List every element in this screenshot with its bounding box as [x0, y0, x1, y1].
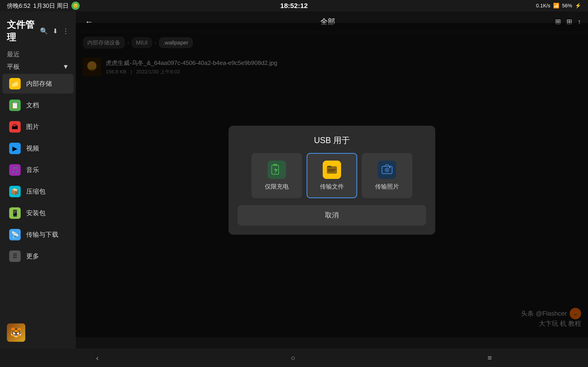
transfer-files-icon — [323, 161, 341, 179]
svg-rect-10 — [328, 171, 334, 171]
svg-rect-9 — [328, 169, 336, 170]
recent-section-label: 最近 — [0, 48, 76, 60]
sidebar-item-apk-label: 安装包 — [26, 209, 45, 217]
transfer-photos-label: 传输照片 — [375, 183, 399, 191]
wifi-icon: 📶 — [553, 3, 559, 9]
sidebar-item-internal-label: 内部存储 — [26, 79, 52, 88]
sidebar-item-images[interactable]: 🏔 图片 — [2, 117, 73, 137]
usb-dialog: USB 用于 仅限充电 — [229, 126, 435, 235]
dialog-option-charge-only[interactable]: 仅限充电 — [251, 153, 302, 198]
sidebar-item-internal[interactable]: 📁 内部存储 — [2, 74, 73, 94]
status-date: 1月30日 周日 — [33, 2, 69, 10]
nav-back-button[interactable]: ‹ — [87, 351, 108, 365]
dialog-options: 仅限充电 传输文件 — [238, 153, 426, 198]
sidebar-item-docs[interactable]: 📋 文档 — [2, 95, 73, 115]
battery-indicator: 56% — [562, 3, 572, 9]
dialog-option-transfer-photos[interactable]: 传输照片 — [362, 153, 412, 198]
sidebar-header: 文件管理 🔍 ⬇ ⋮ — [0, 16, 76, 48]
sidebar-item-more-label: 更多 — [26, 252, 39, 261]
device-selector[interactable]: 平板 ▼ — [0, 60, 76, 73]
status-right: 0.1K/s 📶 56% ⚡ — [536, 3, 581, 9]
network-speed: 0.1K/s — [536, 3, 550, 9]
images-icon: 🏔 — [9, 121, 21, 133]
sidebar-item-video[interactable]: ▶ 视频 — [2, 139, 73, 158]
miui-icon: 😊 — [71, 2, 80, 10]
sidebar: 文件管理 🔍 ⬇ ⋮ 最近 平板 ▼ 📁 内部存储 📋 文档 🏔 图片 ▶ — [0, 11, 76, 349]
download-button[interactable]: ⬇ — [52, 27, 58, 35]
sidebar-item-video-label: 视频 — [26, 144, 39, 153]
dialog-overlay: USB 用于 仅限充电 — [76, 23, 588, 337]
sidebar-title: 文件管理 — [7, 18, 40, 44]
svg-rect-8 — [327, 166, 331, 167]
nav-home-button[interactable]: ○ — [282, 351, 304, 365]
sidebar-item-transfer-label: 传输与下载 — [26, 230, 58, 239]
device-label: 平板 — [7, 62, 20, 71]
svg-point-14 — [389, 167, 390, 168]
sidebar-item-transfer[interactable]: 📡 传输与下载 — [2, 225, 73, 244]
transfer-files-label: 传输文件 — [320, 183, 344, 191]
more-icon: ⠿ — [9, 250, 21, 262]
bottom-nav: ‹ ○ ≡ — [0, 349, 588, 367]
sidebar-item-music-label: 音乐 — [26, 166, 39, 174]
video-icon: ▶ — [9, 143, 21, 154]
sidebar-item-music[interactable]: 🎵 音乐 — [2, 160, 73, 180]
svg-rect-5 — [273, 164, 277, 166]
battery-level: 56 — [562, 3, 568, 8]
dialog-option-transfer-files[interactable]: 传输文件 — [307, 153, 357, 198]
chevron-down-icon: ▼ — [62, 63, 69, 70]
nav-recents-button[interactable]: ≡ — [478, 351, 501, 365]
internal-storage-icon: 📁 — [9, 78, 21, 90]
status-left: 傍晚6:52 1月30日 周日 😊 — [7, 2, 80, 10]
sidebar-bottom: 🐯 — [0, 319, 76, 344]
avatar-thumbnail: 🐯 — [7, 323, 25, 342]
transfer-photos-icon — [378, 161, 396, 179]
charge-only-icon — [268, 161, 286, 179]
music-icon: 🎵 — [9, 164, 21, 176]
charge-only-label: 仅限充电 — [265, 183, 289, 191]
sidebar-item-apk[interactable]: 📱 安装包 — [2, 203, 73, 223]
sidebar-item-docs-label: 文档 — [26, 101, 39, 110]
archive-icon: 📦 — [9, 186, 21, 197]
svg-point-13 — [386, 169, 388, 171]
status-time-center: 18:52:12 — [280, 2, 308, 10]
search-button[interactable]: 🔍 — [40, 27, 48, 35]
sidebar-item-images-label: 图片 — [26, 123, 39, 131]
sidebar-item-more[interactable]: ⠿ 更多 — [2, 246, 73, 266]
sidebar-item-archive[interactable]: 📦 压缩包 — [2, 182, 73, 201]
apk-icon: 📱 — [9, 207, 21, 219]
status-time-left: 傍晚6:52 — [7, 2, 31, 10]
status-bar: 傍晚6:52 1月30日 周日 😊 18:52:12 0.1K/s 📶 56% … — [0, 0, 588, 11]
dialog-title: USB 用于 — [314, 135, 350, 146]
more-button[interactable]: ⋮ — [62, 27, 69, 35]
transfer-icon: 📡 — [9, 229, 21, 240]
dialog-cancel-button[interactable]: 取消 — [238, 205, 426, 225]
sidebar-toolbar: 🔍 ⬇ ⋮ — [40, 27, 69, 35]
docs-icon: 📋 — [9, 100, 21, 111]
sidebar-item-archive-label: 压缩包 — [26, 187, 45, 196]
charging-icon: ⚡ — [575, 3, 581, 9]
